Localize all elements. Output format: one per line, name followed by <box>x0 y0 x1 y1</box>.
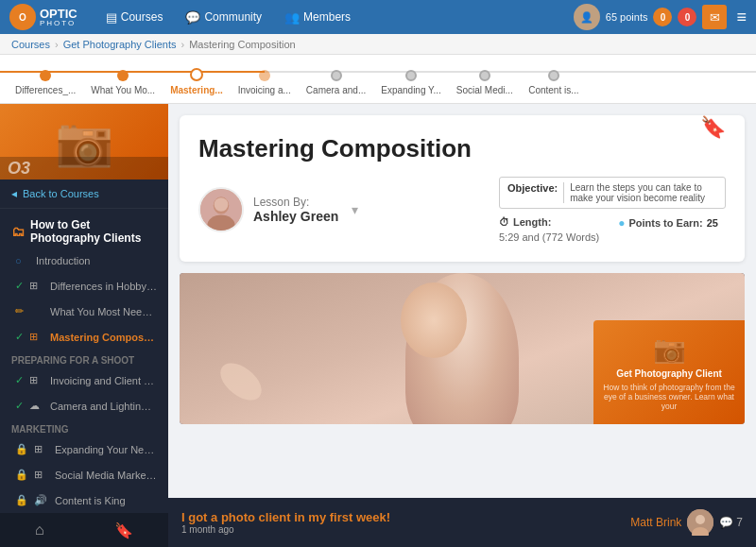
sidebar-item-invoicing[interactable]: ✓ ⊞ Invoicing and Client Man... <box>0 368 168 393</box>
course-title: 🗂 How to Get Photography Clients <box>0 209 168 248</box>
overlay-desc: How to think of photography from the eye… <box>603 383 735 411</box>
grid-icon3: ⊞ <box>29 331 44 343</box>
sidebar-item-social[interactable]: 🔒 ⊞ Social Media Marketing S... <box>0 462 168 487</box>
tab-differences[interactable]: Differences_... <box>8 64 83 103</box>
checkmark-icon2: ✓ <box>15 331 24 343</box>
back-arrow-icon: ◂ <box>11 187 17 200</box>
nav-links: ▤ Courses 💬 Community 👥 Members <box>96 7 574 28</box>
tab-mastering[interactable]: Mastering... <box>163 62 231 103</box>
tab-expanding[interactable]: Expanding Y... <box>373 64 449 103</box>
nav-courses[interactable]: ▤ Courses <box>96 7 173 28</box>
sidebar-item-differences[interactable]: ✓ ⊞ Differences in Hobby vs ... <box>0 273 168 299</box>
avatar[interactable]: 👤 <box>574 4 600 30</box>
tab-content[interactable]: Content is... <box>521 64 587 103</box>
folder-icon: 🗂 <box>11 224 25 239</box>
points-badge: 65 points <box>606 11 648 23</box>
sidebar-hero: 📷 O3 <box>0 104 168 179</box>
tab-invoicing[interactable]: Invoicing a... <box>231 64 299 103</box>
checkmark-icon4: ✓ <box>15 400 24 412</box>
circle-progress-icon: ○ <box>15 255 30 266</box>
breadcrumb-lesson: Mastering Composition <box>189 39 296 50</box>
meta-stats: ⏱ Length: 5:29 and (772 Words) ● Points … <box>499 216 726 243</box>
video-thumbnail[interactable]: 📷 Get Photography Client How to think of… <box>180 273 745 424</box>
sidebar-item-content[interactable]: 🔒 🔊 Content is King <box>0 487 168 513</box>
overlay-title: Get Photography Client <box>616 368 722 379</box>
comment-count: 💬 7 <box>719 516 743 529</box>
lock-icon-2: 🔒 <box>15 469 28 481</box>
comment-bubble-icon: 💬 <box>719 516 733 529</box>
instructor-info: Lesson By: Ashley Green <box>253 196 338 224</box>
objective-box: Objective: Learn the steps you can take … <box>499 177 726 209</box>
grid-icon4: ⊞ <box>29 374 44 386</box>
sidebar: 📷 O3 ◂ Back to Courses 🗂 How to Get Phot… <box>0 104 168 547</box>
notification-badge-1[interactable]: 0 <box>653 8 672 26</box>
courses-icon: ▤ <box>106 10 117 25</box>
circle-icon: ● <box>618 216 625 230</box>
commenter-avatar <box>687 509 713 536</box>
checkmark-icon3: ✓ <box>15 374 24 386</box>
content-area: 🔖 Mastering Composition Lesson By: <box>168 104 756 547</box>
grid-icon: ⊞ <box>29 280 44 292</box>
nav-members[interactable]: 👥 Members <box>275 7 360 28</box>
members-icon: 👥 <box>284 10 300 25</box>
lock-icon-1: 🔒 <box>15 443 28 455</box>
svg-point-5 <box>696 515 705 524</box>
comment-author[interactable]: Matt Brink 💬 7 <box>630 509 743 536</box>
lock-icon-3: 🔒 <box>15 494 28 506</box>
top-navigation: O OPTIC PHOTO ▤ Courses 💬 Community 👥 Me… <box>0 0 756 34</box>
sidebar-footer: ⌂ 🔖 <box>0 513 168 547</box>
comment-bar: I got a photo client in my first week! 1… <box>168 498 756 547</box>
tab-what-you-mo[interactable]: What You Mo... <box>83 64 163 103</box>
menu-button[interactable]: ≡ <box>736 8 747 27</box>
logo[interactable]: O OPTIC PHOTO <box>9 4 77 30</box>
home-icon[interactable]: ⌂ <box>35 521 44 538</box>
bookmark-footer-icon[interactable]: 🔖 <box>114 521 133 539</box>
breadcrumb-course[interactable]: Get Photography Clients <box>63 39 177 50</box>
section-preparing: Preparing for a Shoot <box>0 350 168 368</box>
sidebar-item-expanding[interactable]: 🔒 ⊞ Expanding Your Network ... <box>0 436 168 462</box>
volume-icon: 🔊 <box>34 494 49 506</box>
lesson-title: Mastering Composition <box>198 134 726 163</box>
breadcrumb-courses[interactable]: Courses <box>11 39 50 50</box>
lesson-meta: Lesson By: Ashley Green ▾ Objective: Lea… <box>198 177 726 243</box>
checkmark-icon: ✓ <box>15 280 24 292</box>
logo-text: OPTIC PHOTO <box>40 8 77 27</box>
community-icon: 💬 <box>185 10 200 25</box>
nav-community[interactable]: 💬 Community <box>176 7 271 28</box>
back-to-courses[interactable]: ◂ Back to Courses <box>0 179 168 209</box>
section-marketing: Marketing <box>0 419 168 436</box>
lesson-tabs: Differences_... What You Mo... Mastering… <box>0 55 756 104</box>
tab-social-media[interactable]: Social Medi... <box>449 64 521 103</box>
camera-overlay-icon: 📷 <box>653 333 686 365</box>
comment-highlight: I got a photo client in my first week! <box>181 510 390 524</box>
svg-point-3 <box>215 197 229 212</box>
mail-button[interactable]: ✉ <box>702 5 727 29</box>
sidebar-item-what-you[interactable]: ✏ What You Most Need to ... <box>0 299 168 324</box>
cloud-icon: ☁ <box>29 400 44 412</box>
main-layout: 📷 O3 ◂ Back to Courses 🗂 How to Get Phot… <box>0 104 756 547</box>
chevron-down-icon: ▾ <box>352 202 358 217</box>
grid-icon5: ⊞ <box>34 443 49 455</box>
notification-badge-2[interactable]: 0 <box>678 8 696 26</box>
sidebar-item-mastering[interactable]: ✓ ⊞ Mastering Composition <box>0 324 168 350</box>
sidebar-item-introduction[interactable]: ○ Introduction <box>0 248 168 273</box>
length-stat: ⏱ Length: 5:29 and (772 Words) <box>499 216 599 243</box>
breadcrumb: Courses › Get Photography Clients › Mast… <box>0 34 756 55</box>
overlay-card[interactable]: 📷 Get Photography Client How to think of… <box>593 320 745 424</box>
logo-icon: O <box>9 4 36 30</box>
grid-icon6: ⊞ <box>34 469 49 481</box>
nav-right: 👤 65 points 0 0 ✉ ≡ <box>574 4 747 30</box>
pencil-icon: ✏ <box>15 305 24 317</box>
bookmark-icon: 🔖 <box>700 115 726 140</box>
tab-camera[interactable]: Camera and... <box>299 64 373 103</box>
comment-time: 1 month ago <box>181 524 390 535</box>
lesson-stats: Objective: Learn the steps you can take … <box>499 177 726 243</box>
instructor-avatar <box>198 187 244 232</box>
points-stat: ● Points to Earn: 25 <box>618 216 718 243</box>
lesson-card: 🔖 Mastering Composition Lesson By: <box>180 115 745 262</box>
sidebar-item-camera[interactable]: ✓ ☁ Camera and Lighting Wor... <box>0 393 168 419</box>
clock-icon: ⏱ <box>499 216 509 228</box>
